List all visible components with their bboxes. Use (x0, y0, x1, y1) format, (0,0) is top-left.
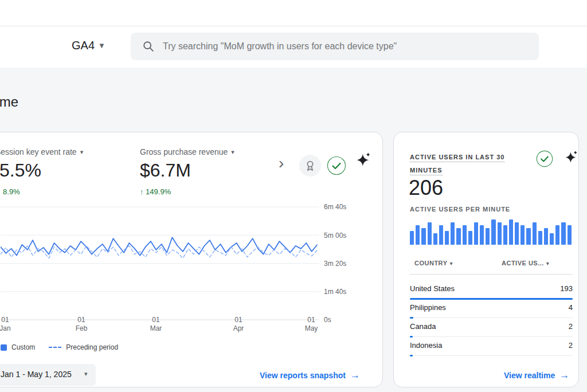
minute-bar (428, 222, 432, 245)
gemini-sparkle-icon[interactable] (355, 151, 372, 168)
trend-line-chart (1, 202, 319, 322)
benchmark-medal-icon[interactable] (299, 155, 321, 177)
arrow-right-icon: → (350, 370, 360, 381)
active-users-value: 2 (569, 341, 573, 350)
minute-bar (491, 219, 495, 245)
table-row: Philippines4 (410, 299, 573, 318)
minute-bar (521, 225, 525, 245)
country-column-header[interactable]: COUNTRY▾ (414, 260, 453, 266)
country-name: Canada (410, 322, 436, 331)
caret-down-icon: ▾ (449, 260, 453, 266)
minute-bar (568, 225, 572, 245)
caret-down-icon: ▾ (231, 148, 234, 156)
y-tick-label: 1m 40s (324, 288, 346, 296)
table-header-divider (410, 274, 573, 275)
minute-bar (555, 225, 559, 245)
table-row: Canada2 (410, 318, 573, 337)
active-users-per-minute-label: ACTIVE USERS PER MINUTE (410, 206, 510, 213)
custom-series-line (1, 237, 317, 256)
x-tick-label: 01Apr (224, 316, 253, 333)
minute-bar (433, 233, 437, 245)
active-users-value: 4 (569, 303, 573, 312)
legend-label: Preceding period (66, 343, 118, 351)
x-tick-label: 01Jan (0, 316, 19, 333)
minute-bar (561, 222, 565, 245)
date-range-label: Jan 1 - May 1, 2025 (1, 370, 72, 379)
arrow-right-icon: → (559, 370, 569, 381)
next-metrics-chevron[interactable]: › (279, 155, 284, 171)
chevron-down-icon: ▼ (98, 41, 105, 50)
view-realtime-link[interactable]: View realtime → (504, 370, 569, 381)
country-name: Indonesia (410, 341, 442, 350)
metric-delta: ↑ 8.9% (0, 187, 20, 196)
y-tick-label: 5m 00s (324, 232, 346, 240)
x-tick-label: 01Mar (142, 316, 170, 333)
minute-bar (544, 228, 548, 245)
custom-series-swatch (1, 344, 7, 351)
minute-bar (498, 222, 502, 245)
minute-bar (474, 222, 478, 245)
table-row: United States193 (410, 280, 573, 299)
preceding-series-swatch (49, 347, 61, 348)
active-users-count: 206 (409, 176, 443, 200)
view-reports-snapshot-link[interactable]: View reports snapshot → (260, 370, 360, 381)
minute-bar (439, 225, 443, 245)
minute-bar (550, 233, 554, 245)
minute-bar (526, 228, 530, 245)
minute-bar (509, 219, 513, 245)
caret-down-icon: ▾ (546, 260, 550, 266)
y-tick-label: 6m 40s (324, 203, 346, 211)
chart-legend: Custom Preceding period (1, 343, 118, 351)
minute-bar (451, 222, 455, 245)
active-users-value: 193 (560, 284, 573, 293)
x-tick-label: 01Feb (67, 316, 96, 333)
realtime-card: ACTIVE USERS IN LAST 30 MINUTES 206 ACTI… (393, 132, 579, 387)
minute-bar (538, 231, 542, 245)
property-selector[interactable]: GA4 ▼ (72, 39, 105, 52)
minute-bar (416, 225, 420, 245)
minute-bar (480, 225, 484, 245)
realtime-country-table: United States193Philippines4Canada2Indon… (410, 280, 573, 356)
metric-value: $6.7M (140, 160, 191, 181)
legend-label: Custom (11, 343, 35, 351)
minute-bar (445, 231, 449, 245)
search-icon (142, 40, 155, 53)
minute-bar (533, 222, 537, 245)
minute-bar (456, 228, 460, 245)
header-divider (0, 26, 587, 26)
metric-delta: ↑ 149.9% (140, 187, 171, 196)
minute-bar (503, 225, 507, 245)
property-selector-label: GA4 (72, 39, 95, 52)
overview-card: Session key event rate ▾ 5.5% ↑ 8.9% Gro… (0, 132, 383, 387)
minute-bar (486, 228, 490, 245)
table-row: Indonesia2 (410, 337, 573, 356)
country-progress-bar (410, 355, 413, 356)
date-range-picker[interactable]: Jan 1 - May 1, 2025 ▾ (0, 364, 96, 386)
metric-gross-purchase-revenue[interactable]: Gross purchase revenue ▾ (140, 147, 234, 156)
top-header: GA4 ▼ (0, 0, 587, 68)
minute-bar (468, 231, 472, 245)
country-name: United States (410, 284, 455, 293)
caret-down-icon: ▾ (80, 148, 84, 156)
data-quality-check-icon[interactable] (327, 156, 346, 175)
search-bar[interactable] (131, 33, 539, 60)
y-tick-label: 3m 20s (324, 260, 346, 268)
metric-value: 5.5% (0, 160, 41, 181)
minute-bar (410, 231, 414, 245)
x-tick-label: 01May (297, 316, 326, 333)
realtime-title: ACTIVE USERS IN LAST 30 MINUTES (410, 151, 522, 177)
active-users-value: 2 (569, 322, 573, 331)
active-users-column-header[interactable]: ACTIVE US...▾ (502, 260, 549, 266)
caret-down-icon: ▾ (84, 370, 88, 378)
per-minute-bar-chart (410, 219, 572, 245)
search-input[interactable] (163, 41, 539, 52)
data-quality-check-icon[interactable] (536, 150, 553, 167)
metric-session-key-event-rate[interactable]: Session key event rate ▾ (0, 147, 83, 156)
minute-bar (515, 222, 519, 245)
gemini-sparkle-icon[interactable] (563, 149, 578, 164)
country-name: Philippines (410, 303, 446, 312)
page-title: Home (0, 94, 18, 110)
minute-bar (463, 225, 467, 245)
minute-bar (421, 228, 425, 245)
